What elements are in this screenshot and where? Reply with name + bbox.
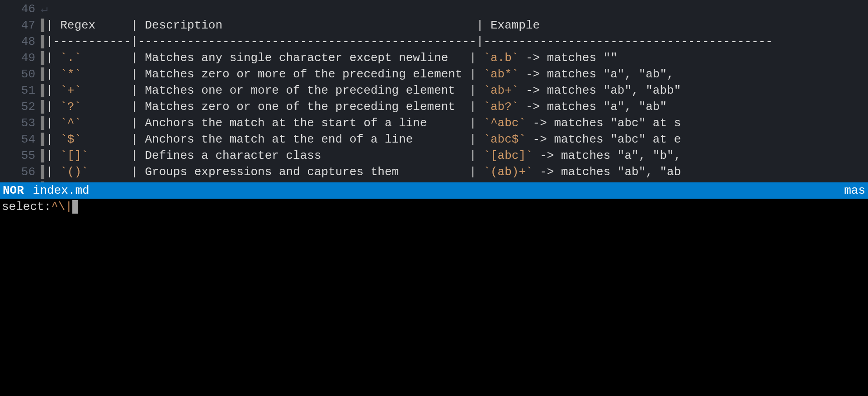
line-number: 56 xyxy=(0,164,41,180)
code-line[interactable]: 48|-----------|-------------------------… xyxy=(0,33,868,50)
selection-bar-icon xyxy=(41,149,44,162)
editor-root: 46↵47| Regex | Description | Example48|-… xyxy=(0,0,868,396)
line-content: |-----------|---------------------------… xyxy=(41,33,868,50)
mode-indicator: NOR xyxy=(3,182,33,199)
code-area[interactable]: 46↵47| Regex | Description | Example48|-… xyxy=(0,0,868,182)
status-right: mas xyxy=(844,182,865,199)
line-number: 52 xyxy=(0,99,41,115)
line-content: | `.` | Matches any single character exc… xyxy=(41,50,868,66)
selection-bar-icon xyxy=(41,19,44,32)
line-number: 55 xyxy=(0,148,41,164)
code-line[interactable]: 52| `?` | Matches zero or one of the pre… xyxy=(0,99,868,115)
line-content: | Regex | Description | Example xyxy=(41,17,868,33)
status-bar: NOR index.md mas xyxy=(0,182,868,199)
selection-bar-icon xyxy=(41,51,44,65)
line-number: 53 xyxy=(0,115,41,131)
line-content: | `?` | Matches zero or one of the prece… xyxy=(41,99,868,115)
filename: index.md xyxy=(33,182,844,199)
bottom-fill xyxy=(0,215,868,396)
line-content: | `+` | Matches one or more of the prece… xyxy=(41,82,868,99)
command-line[interactable]: select:^\| xyxy=(0,199,868,215)
line-number: 46 xyxy=(0,1,41,17)
line-number: 48 xyxy=(0,33,41,50)
selection-bar-icon xyxy=(41,84,44,97)
code-line[interactable]: 47| Regex | Description | Example xyxy=(0,17,868,33)
code-line[interactable]: 49| `.` | Matches any single character e… xyxy=(0,50,868,66)
code-line[interactable]: 51| `+` | Matches one or more of the pre… xyxy=(0,82,868,99)
code-line[interactable]: 46↵ xyxy=(0,1,868,17)
selection-bar-icon xyxy=(41,67,44,81)
line-content: ↵ xyxy=(41,1,868,17)
line-number: 51 xyxy=(0,82,41,99)
code-line[interactable]: 56| `()` | Groups expressions and captur… xyxy=(0,164,868,180)
selection-bar-icon xyxy=(41,133,44,146)
command-prefix: select: xyxy=(2,199,51,215)
line-content: | `^` | Anchors the match at the start o… xyxy=(41,115,868,131)
code-line[interactable]: 54| `$` | Anchors the match at the end o… xyxy=(0,131,868,148)
selection-bar-icon xyxy=(41,100,44,114)
code-line[interactable]: 55| `[]` | Defines a character class | `… xyxy=(0,148,868,164)
line-number: 50 xyxy=(0,66,41,82)
line-content: | `()` | Groups expressions and captures… xyxy=(41,164,868,180)
line-number: 47 xyxy=(0,17,41,33)
line-content: | `$` | Anchors the match at the end of … xyxy=(41,131,868,148)
cursor-icon xyxy=(72,200,78,214)
line-content: | `*` | Matches zero or more of the prec… xyxy=(41,66,868,82)
line-content: | `[]` | Defines a character class | `[a… xyxy=(41,148,868,164)
selection-bar-icon xyxy=(41,165,44,179)
command-text: ^\| xyxy=(51,199,72,215)
selection-bar-icon xyxy=(41,35,44,48)
code-line[interactable]: 53| `^` | Anchors the match at the start… xyxy=(0,115,868,131)
selection-bar-icon xyxy=(41,116,44,130)
line-number: 54 xyxy=(0,131,41,148)
line-number: 49 xyxy=(0,50,41,66)
code-line[interactable]: 50| `*` | Matches zero or more of the pr… xyxy=(0,66,868,82)
